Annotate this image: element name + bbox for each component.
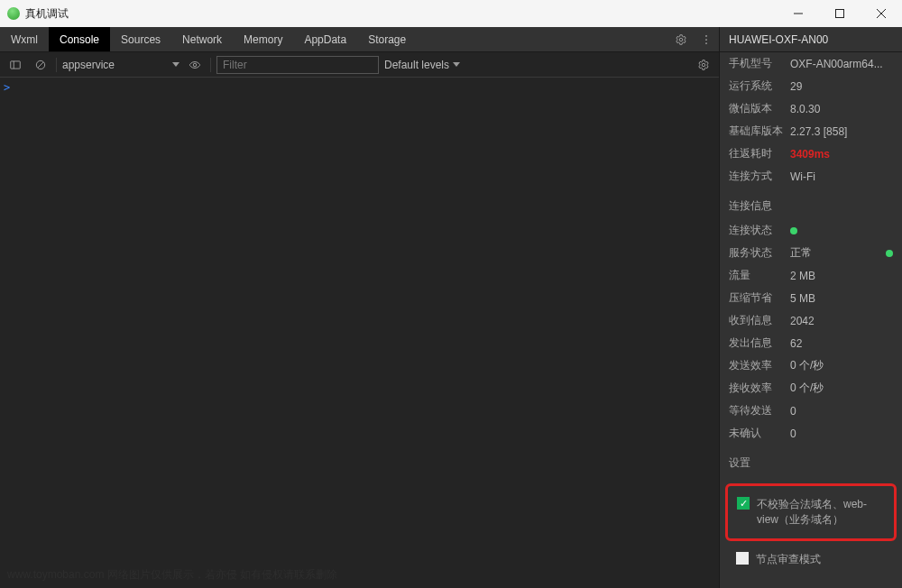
- svg-point-12: [193, 63, 197, 67]
- toggle-sidebar-icon[interactable]: [5, 55, 25, 75]
- value: 2.27.3 [858]: [790, 125, 893, 138]
- tab-console[interactable]: Console: [49, 27, 110, 51]
- value: 2 MB: [790, 270, 893, 282]
- svg-point-4: [679, 38, 683, 41]
- value: 2042: [790, 315, 893, 327]
- checkbox-label: 不校验合法域名、web-view（业务域名）: [757, 497, 885, 528]
- tab-wxml[interactable]: Wxml: [0, 27, 49, 51]
- minimize-button[interactable]: [778, 0, 819, 27]
- checkbox-icon: [737, 497, 750, 510]
- maximize-button[interactable]: [819, 0, 861, 27]
- value: 5 MB: [790, 292, 893, 305]
- row-compress: 压缩节省 5 MB: [720, 287, 902, 309]
- value: 8.0.30: [790, 103, 893, 115]
- console-settings-icon[interactable]: [694, 55, 713, 75]
- label: 发出信息: [729, 335, 790, 351]
- label: 连接方式: [729, 169, 790, 184]
- tab-network[interactable]: Network: [171, 27, 233, 51]
- chevron-down-icon: [172, 62, 179, 67]
- window-title: 真机调试: [25, 6, 69, 22]
- filter-input[interactable]: [216, 56, 379, 74]
- value: 0 个/秒: [790, 381, 893, 396]
- value: 3409ms: [790, 148, 893, 161]
- workspace: Wxml Console Sources Network Memory AppD…: [0, 27, 902, 588]
- log-levels-label: Default levels: [384, 59, 449, 71]
- label: 收到信息: [729, 313, 790, 328]
- value: 29: [790, 80, 893, 93]
- label: 往返耗时: [729, 146, 790, 161]
- clear-console-icon[interactable]: [31, 55, 51, 75]
- tab-sources[interactable]: Sources: [110, 27, 171, 51]
- row-conn-type: 连接方式 Wi-Fi: [720, 165, 902, 188]
- context-select[interactable]: appservice: [62, 59, 179, 71]
- row-traffic: 流量 2 MB: [720, 264, 902, 287]
- value: 0: [790, 405, 893, 418]
- device-panel-body: 手机型号 OXF-AN00arm64... 运行系统 29 微信版本 8.0.3…: [720, 52, 902, 588]
- row-srv-status: 服务状态 正常: [720, 242, 902, 264]
- row-send-rate: 发送效率 0 个/秒: [720, 354, 902, 377]
- row-pending: 等待发送 0: [720, 400, 902, 422]
- svg-point-5: [705, 35, 707, 37]
- label: 微信版本: [729, 101, 790, 116]
- label: 服务状态: [729, 245, 790, 261]
- live-expression-icon[interactable]: [185, 55, 205, 75]
- titlebar: 真机调试: [0, 0, 902, 27]
- row-os: 运行系统 29: [720, 75, 902, 97]
- context-select-label: appservice: [62, 59, 115, 71]
- value: 62: [790, 337, 893, 350]
- checkbox-node-inspect[interactable]: 节点审查模式: [731, 548, 891, 571]
- tab-storage[interactable]: Storage: [357, 27, 417, 51]
- row-recv-rate: 接收效率 0 个/秒: [720, 377, 902, 400]
- row-rtt: 往返耗时 3409ms: [720, 142, 902, 165]
- row-wechat: 微信版本 8.0.30: [720, 97, 902, 120]
- tab-appdata[interactable]: AppData: [293, 27, 357, 51]
- console-toolbar: appservice Default levels: [0, 52, 719, 78]
- label: 发送效率: [729, 358, 790, 373]
- checkbox-icon: [736, 552, 749, 565]
- devtools-pane: Wxml Console Sources Network Memory AppD…: [0, 27, 719, 588]
- label: 压缩节省: [729, 290, 790, 306]
- value: 正常: [790, 245, 886, 261]
- label: 连接状态: [729, 223, 790, 238]
- status-dot-icon: [790, 227, 797, 234]
- label: 手机型号: [729, 56, 790, 71]
- close-button[interactable]: [861, 0, 902, 27]
- value: OXF-AN00arm64...: [790, 58, 893, 70]
- tab-row: Wxml Console Sources Network Memory AppD…: [0, 27, 719, 52]
- row-recv: 收到信息 2042: [720, 309, 902, 332]
- label: 未确认: [729, 426, 790, 441]
- checkbox-label: 节点审查模式: [756, 552, 821, 567]
- console-prompt[interactable]: >: [4, 81, 10, 94]
- label: 接收效率: [729, 381, 790, 396]
- settings-icon[interactable]: [668, 27, 694, 51]
- settings-highlight-box: 不校验合法域名、web-view（业务域名）: [725, 483, 897, 541]
- section-settings: 设置: [720, 445, 902, 476]
- status-dot-icon: [886, 250, 893, 257]
- row-conn-status: 连接状态: [720, 219, 902, 242]
- label: 基础库版本: [729, 124, 790, 139]
- log-levels-select[interactable]: Default levels: [384, 59, 460, 71]
- console-body[interactable]: > www.toymoban.com 网络图片仅供展示，若亦侵 如有侵权请联系删…: [0, 78, 719, 588]
- chevron-down-icon: [453, 62, 460, 67]
- label: 流量: [729, 268, 790, 283]
- row-unconfirmed: 未确认 0: [720, 422, 902, 445]
- svg-line-11: [38, 62, 43, 68]
- value: Wi-Fi: [790, 170, 893, 183]
- value: 0 个/秒: [790, 358, 893, 373]
- value: [790, 225, 893, 237]
- label: 等待发送: [729, 403, 790, 418]
- checkbox-skip-domain[interactable]: 不校验合法域名、web-view（业务域名）: [732, 493, 890, 531]
- more-icon[interactable]: [694, 27, 719, 51]
- svg-rect-8: [11, 60, 21, 68]
- tab-memory[interactable]: Memory: [233, 27, 293, 51]
- app-icon: [7, 7, 20, 20]
- row-base: 基础库版本 2.27.3 [858]: [720, 120, 902, 142]
- row-model: 手机型号 OXF-AN00arm64...: [720, 52, 902, 75]
- row-sent: 发出信息 62: [720, 332, 902, 354]
- section-connection: 连接信息: [720, 188, 902, 219]
- watermark: www.toymoban.com 网络图片仅供展示，若亦侵 如有侵权请联系删除: [7, 567, 337, 583]
- svg-point-7: [705, 42, 707, 44]
- device-panel: HUAWEI-OXF-AN00 手机型号 OXF-AN00arm64... 运行…: [719, 27, 902, 588]
- value: 0: [790, 427, 893, 440]
- svg-point-13: [702, 63, 705, 67]
